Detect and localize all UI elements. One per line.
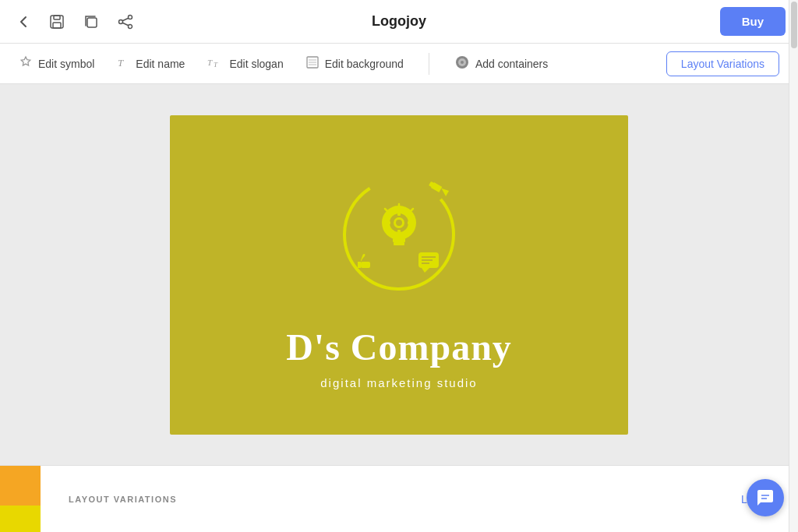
back-button[interactable] [12, 11, 34, 33]
svg-rect-33 [387, 221, 390, 224]
share-button[interactable] [114, 10, 137, 33]
svg-point-5 [119, 19, 123, 23]
duplicate-button[interactable] [79, 10, 103, 33]
svg-rect-3 [87, 18, 97, 27]
scrollbar-thumb[interactable] [791, 2, 797, 48]
slogan-text-icon: T T [207, 55, 224, 72]
svg-point-4 [129, 15, 132, 19]
edit-name-label: Edit name [136, 58, 185, 70]
chat-button[interactable] [747, 479, 784, 516]
svg-point-18 [461, 61, 464, 64]
bottom-panel: LAYOUT VARIATIONS Layouts [0, 465, 798, 532]
edit-name-item[interactable]: T Edit name [116, 55, 185, 72]
top-bar: Logojoy Buy [0, 0, 798, 44]
buy-button[interactable]: Buy [720, 7, 786, 36]
layout-variations-button[interactable]: Layout Variations [666, 51, 779, 76]
save-button[interactable] [45, 10, 69, 33]
edit-slogan-item[interactable]: T T Edit slogan [207, 55, 283, 72]
svg-line-8 [122, 23, 129, 26]
star-icon [19, 55, 33, 72]
containers-icon [454, 55, 470, 73]
add-containers-item[interactable]: Add containers [454, 55, 548, 73]
app-title: Logojoy [372, 13, 426, 30]
svg-rect-21 [361, 262, 370, 268]
scrollbar[interactable] [789, 0, 798, 532]
add-containers-label: Add containers [475, 58, 548, 70]
svg-text:T: T [207, 58, 213, 67]
toolbar-divider [429, 53, 429, 75]
svg-text:T: T [214, 61, 218, 69]
svg-line-42 [385, 209, 388, 212]
logo-icon [325, 160, 473, 312]
svg-line-7 [122, 18, 129, 21]
edit-background-item[interactable]: Edit background [305, 55, 404, 72]
edit-symbol-label: Edit symbol [38, 58, 94, 70]
logo-card[interactable]: D's Company digital marketing studio [170, 115, 628, 435]
color-swatches [0, 466, 41, 532]
svg-text:T: T [118, 57, 124, 69]
edit-background-label: Edit background [325, 58, 404, 70]
top-bar-left [12, 10, 137, 33]
text-icon: T [116, 55, 130, 72]
svg-rect-27 [393, 238, 405, 242]
svg-rect-1 [54, 16, 60, 19]
svg-rect-31 [397, 212, 401, 216]
main-canvas: D's Company digital marketing studio [0, 84, 798, 465]
svg-rect-2 [53, 23, 61, 28]
top-bar-right: Buy [720, 7, 786, 36]
svg-point-39 [396, 220, 402, 226]
toolbar: Edit symbol T Edit name T T Edit slogan [0, 44, 798, 84]
edit-symbol-item[interactable]: Edit symbol [19, 55, 94, 72]
svg-rect-28 [394, 242, 404, 245]
background-icon [305, 55, 320, 72]
company-tagline: digital marketing studio [320, 376, 477, 389]
svg-point-6 [129, 24, 132, 28]
bottom-panel-title: LAYOUT VARIATIONS [69, 495, 177, 504]
svg-rect-34 [408, 221, 411, 224]
company-name: D's Company [286, 326, 512, 368]
svg-rect-32 [397, 230, 401, 234]
edit-slogan-label: Edit slogan [229, 58, 283, 70]
svg-line-41 [410, 209, 413, 212]
